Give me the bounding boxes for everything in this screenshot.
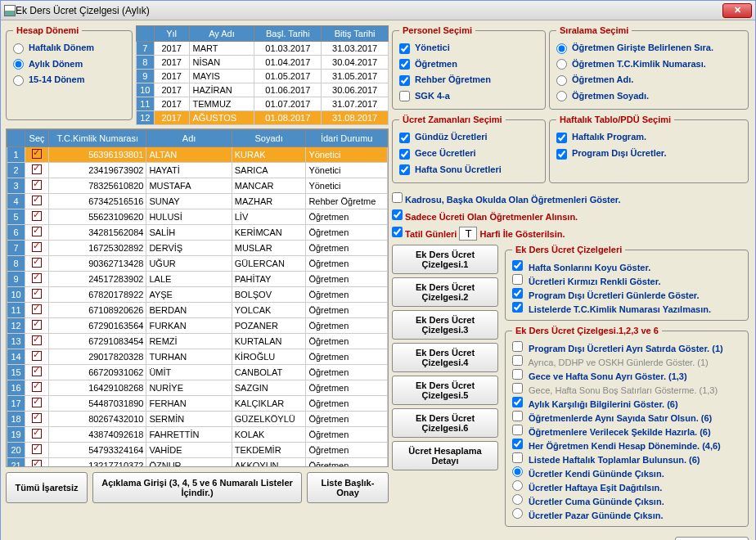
row-checkbox[interactable]: [32, 273, 42, 283]
table-row[interactable]: 1566720931062ÜMİTCANBOLATÖğretmen: [7, 365, 388, 380]
ek-ders-button-5[interactable]: Ek Ders Ücret Çizelgesi.5: [392, 376, 498, 405]
row-checkbox[interactable]: [32, 289, 42, 299]
cizelge1-item-2[interactable]: Program Dışı Ücretleri Günlerde Göster.: [512, 287, 741, 301]
month-row[interactable]: 92017MAYIS01.05.201731.05.2017: [136, 70, 388, 83]
row-checkbox[interactable]: [32, 335, 42, 345]
row-checkbox[interactable]: [32, 413, 42, 423]
check-sadece-ucret[interactable]: Sadece Ücreti Olan Öğretmenler Alınsın.: [392, 207, 749, 224]
ek-ders-button-6[interactable]: Ek Ders Ücret Çizelgesi.6: [392, 408, 498, 438]
check-haftalik-program[interactable]: Haftalık Program.: [556, 129, 741, 146]
ek-ders-button-7[interactable]: Ücret Hesaplama Detayı: [392, 441, 498, 470]
table-row[interactable]: 1067820178922AYŞEBOLŞOVÖğretmen: [7, 287, 388, 303]
month-row[interactable]: 122017AĞUSTOS01.08.201731.08.2017: [136, 111, 388, 125]
table-row[interactable]: 1943874092618FAHRETTİNKOLAKÖğretmen: [7, 427, 388, 443]
row-checkbox[interactable]: [32, 242, 42, 252]
cizelge2-item-4[interactable]: Aylık Karşılığı Bilgilerini Göster. (6): [512, 396, 741, 410]
check-tatil[interactable]: Tatil Günleri Harfi İle Gösterilsin.: [392, 224, 749, 243]
cizelge2-item-10[interactable]: Ücretler Haftaya Eşit Dağıtılsın.: [512, 479, 741, 493]
row-checkbox[interactable]: [32, 227, 42, 236]
row-checkbox[interactable]: [32, 367, 42, 376]
radio-haftalik[interactable]: Haftalık Dönem: [13, 40, 125, 56]
table-row[interactable]: 1616429108268NURİYESAZGINÖğretmen: [7, 380, 388, 396]
cizelge2-item-0[interactable]: Program Dışı Ücretleri Ayrı Satırda Göst…: [512, 340, 741, 354]
table-row[interactable]: 467342516516SUNAYMAZHARRehber Öğretme: [7, 194, 388, 209]
cizelge2-item-5[interactable]: Öğretmenlerde Aynı Sayıda Satır Olsun. (…: [512, 410, 741, 424]
cizelge1-item-0[interactable]: Hafta Sonlarını Koyu Göster.: [512, 259, 741, 273]
cizelge1-item-1[interactable]: Ücretleri Kırmızı Renkli Göster.: [512, 273, 741, 287]
radio-sira-giris[interactable]: Öğretmen Girişte Belirlenen Sıra.: [556, 40, 741, 56]
month-row[interactable]: 82017NİSAN01.04.201730.04.2017: [136, 56, 388, 70]
row-checkbox[interactable]: [32, 304, 42, 314]
liste-baslik-button[interactable]: Liste Başlık-Onay: [307, 472, 389, 503]
cizelge2-item-9[interactable]: Ücretler Kendi Gününde Çıksın.: [512, 466, 741, 479]
cizelge2-item-8[interactable]: Listede Haftalık Toplamlar Bulunsun. (6): [512, 452, 741, 466]
check-kadro[interactable]: Kadrosu, Başka Okulda Olan Öğretmenleri …: [392, 190, 749, 207]
cizelge2-item-12[interactable]: Ücretler Pazar Gününde Çıksın.: [512, 507, 741, 521]
row-checkbox[interactable]: [32, 180, 42, 190]
check-sgk4a[interactable]: SGK 4-a: [399, 88, 538, 105]
cizelge2-item-6[interactable]: Öğretmenlere Verilecek Şekilde Hazırla. …: [512, 424, 741, 438]
row-checkbox[interactable]: [32, 429, 42, 439]
aciklama-girisi-button[interactable]: Açıklama Girişi (3, 4, 5 ve 6 Numaralı L…: [92, 472, 302, 503]
cizelge1-item-3[interactable]: Listelerde T.C.Kimlik Numarası Yazılması…: [512, 301, 741, 315]
radio-sira-soyadi[interactable]: Öğretmen Soyadı.: [556, 88, 741, 105]
radio-sira-tc[interactable]: Öğretmen T.C.Kimlik Numarası.: [556, 56, 741, 73]
cizelge2-item-2[interactable]: Gece ve Hafta Sonu Ayrı Göster. (1,3): [512, 368, 741, 382]
check-gece[interactable]: Gece Ücretleri: [399, 146, 538, 162]
table-row[interactable]: 1880267432010SERMİNGÜZELKÖYLÜÖğretmen: [7, 412, 388, 427]
check-haftasonu[interactable]: Hafta Sonu Ücretleri: [399, 162, 538, 178]
tumu-isaretsiz-button[interactable]: Tümü İşaretsiz: [6, 472, 88, 503]
row-checkbox[interactable]: [32, 149, 42, 159]
check-program-disi[interactable]: Program Dışı Ücretler.: [556, 146, 741, 162]
table-row[interactable]: 1267290163564FURKANPOZANERÖğretmen: [7, 318, 388, 334]
table-row[interactable]: 1167108920626BERDANYOLCAKÖğretmen: [7, 303, 388, 318]
ucret-zaman-group: Ücret Zamanları Seçimi Gündüz Ücretleri …: [392, 115, 546, 183]
check-ogretmen[interactable]: Öğretmen: [399, 56, 538, 73]
row-checkbox[interactable]: [32, 460, 42, 467]
ek-ders-button-4[interactable]: Ek Ders Ücret Çizelgesi.4: [392, 343, 498, 372]
table-row[interactable]: 1367291083454REMZİKURTALANÖğretmen: [7, 334, 388, 349]
check-rehber[interactable]: Rehber Öğretmen: [399, 72, 538, 88]
table-row[interactable]: 555623109620HULUSİLİVÖğretmen: [7, 209, 388, 225]
close-button[interactable]: ✕: [722, 3, 752, 18]
table-row[interactable]: 716725302892DERVİŞMUSLARÖğretmen: [7, 241, 388, 256]
ek-ders-button-3[interactable]: Ek Ders Ücret Çizelgesi.3: [392, 310, 498, 340]
row-checkbox[interactable]: [32, 351, 42, 361]
month-table[interactable]: Yıl Ay Adı Başl. Tarihi Bitiş Tarihi 720…: [136, 25, 389, 125]
table-row[interactable]: 1429017820328TURHANKİROĞLUÖğretmen: [7, 349, 388, 365]
radio-aylik[interactable]: Aylık Dönem: [13, 56, 125, 73]
ek-ders-button-1[interactable]: Ek Ders Ücret Çizelgesi.1: [392, 245, 498, 274]
table-row[interactable]: 634281562084SALİHKERİMCANÖğretmen: [7, 225, 388, 241]
radio-sira-adi[interactable]: Öğretmen Adı.: [556, 72, 741, 88]
teachers-table[interactable]: Seç T.C.Kimlik Numarası Adı Soyadı İdari…: [6, 128, 389, 467]
month-row[interactable]: 102017HAZİRAN01.06.201730.06.2017: [136, 83, 388, 97]
row-checkbox[interactable]: [32, 398, 42, 407]
row-checkbox[interactable]: [32, 320, 42, 330]
row-checkbox[interactable]: [32, 382, 42, 392]
radio-1514[interactable]: 15-14 Dönem: [13, 72, 125, 88]
table-row[interactable]: 156396193801ALTANKURAKYönetici: [7, 147, 388, 163]
table-row[interactable]: 924517283902LALEPAHİTAYÖğretmen: [7, 272, 388, 287]
table-row[interactable]: 890362713428UĞURGÜLERCANÖğretmen: [7, 256, 388, 272]
table-row[interactable]: 1754487031890FERHANKALÇIKLARÖğretmen: [7, 396, 388, 412]
table-row[interactable]: 223419673902HAYATİSARICAYönetici: [7, 163, 388, 178]
tatil-input[interactable]: [459, 227, 477, 241]
table-row[interactable]: 2054793324164VAHİDETEKDEMİRÖğretmen: [7, 443, 388, 458]
table-row[interactable]: 2113217710372ÖZNURAKKOYUNÖğretmen: [7, 458, 388, 468]
cizelge2-item-1[interactable]: Ayrıca, DDHP ve OSKH Günlerde Göster. (1…: [512, 354, 741, 368]
cizelge2-item-11[interactable]: Ücretler Cuma Gününde Çıksın.: [512, 493, 741, 507]
exit-button[interactable]: Çıkış: [675, 537, 749, 540]
check-gunduz[interactable]: Gündüz Ücretleri: [399, 129, 538, 146]
row-checkbox[interactable]: [32, 164, 42, 174]
cizelge2-item-7[interactable]: Her Öğretmen Kendi Hesap Döneminde. (4,6…: [512, 438, 741, 452]
month-row[interactable]: 72017MART01.03.201731.03.2017: [136, 42, 388, 56]
row-checkbox[interactable]: [32, 211, 42, 221]
cizelge2-item-3[interactable]: Gece, Hafta Sonu Boş Satırları Gösterme.…: [512, 382, 741, 396]
row-checkbox[interactable]: [32, 196, 42, 205]
table-row[interactable]: 378325610820MUSTAFAMANCARYönetici: [7, 178, 388, 194]
row-checkbox[interactable]: [32, 444, 42, 454]
check-yonetici[interactable]: Yönetici: [399, 40, 538, 56]
row-checkbox[interactable]: [32, 258, 42, 268]
month-row[interactable]: 112017TEMMUZ01.07.201731.07.2017: [136, 97, 388, 111]
ek-ders-button-2[interactable]: Ek Ders Ücret Çizelgesi.2: [392, 277, 498, 307]
